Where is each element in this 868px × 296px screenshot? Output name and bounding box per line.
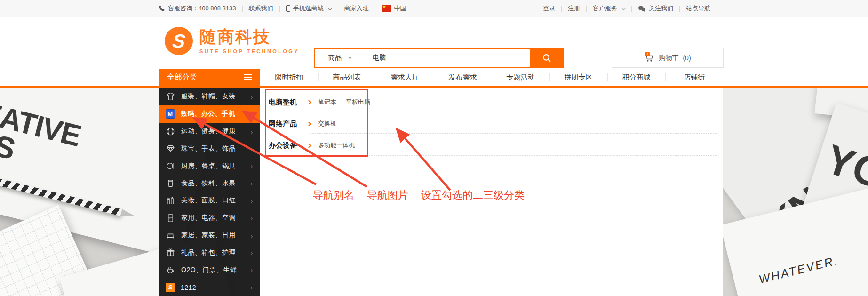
nav-item-demand-hall[interactable]: 需求大厅	[376, 69, 434, 86]
register-label: 注册	[568, 4, 580, 13]
gift-icon	[166, 248, 175, 257]
cart-plus-badge: +	[645, 52, 650, 56]
register-link[interactable]: 注册	[568, 4, 580, 13]
divider	[413, 6, 413, 12]
login-link[interactable]: 登录	[543, 4, 555, 13]
search-button[interactable]	[530, 48, 564, 68]
sidebar-item-jewelry[interactable]: 珠宝、手表、饰品 ›	[159, 140, 260, 157]
brand-slogan: SUTE SHOP TECHNOLOGY	[199, 48, 299, 54]
header: S 随商科技 SUTE SHOP TECHNOLOGY 商品 鞋子 电脑 数码办…	[0, 17, 868, 69]
tshirt-icon	[166, 92, 175, 102]
site-nav-link[interactable]: 站点导航	[686, 4, 710, 13]
cart-count: (0)	[683, 54, 691, 62]
search-bar: 商品	[314, 48, 564, 68]
annotation-label-nav-alias: 导航别名	[313, 188, 354, 202]
sidebar-item-home[interactable]: 家居、家装、日用 ›	[159, 227, 260, 244]
sidebar-item-sports[interactable]: 运动、健身、健康 ›	[159, 123, 260, 140]
chevron-right-icon: ›	[251, 248, 254, 256]
coffee-cup-icon	[166, 265, 175, 275]
phone-icon	[159, 5, 165, 12]
sidebar-item-clothing[interactable]: 服装、鞋帽、女装 ›	[159, 88, 260, 105]
sidebar-item-label: 家用、电器、空调	[181, 214, 236, 222]
service-phone-link[interactable]: 客服咨询：400 808 3133	[159, 4, 236, 13]
merchant-join-label: 商家入驻	[344, 4, 369, 13]
nav-item-shop-street[interactable]: 店铺街	[665, 69, 723, 86]
nav-item-points-mall[interactable]: 积分商城	[607, 69, 665, 86]
sidebar-item-label: 1212	[181, 284, 196, 291]
contact-us-link[interactable]: 联系我们	[249, 4, 273, 13]
all-categories-button[interactable]: 全部分类	[159, 69, 260, 86]
region-selector[interactable]: ★ 中国	[382, 4, 406, 13]
main-nav: 全部分类 限时折扣 商品列表 需求大厅 发布需求 专题活动 拼团专区 积分商城 …	[0, 69, 868, 86]
pot-icon	[166, 161, 175, 171]
service-phone-label: 客服咨询：400 808 3133	[168, 4, 236, 13]
annotation-highlight-box	[265, 89, 368, 157]
sidebar-item-label: 美妆、面膜、口红	[181, 196, 236, 205]
sidebar-item-food[interactable]: 食品、饮料、水果 ›	[159, 175, 260, 192]
furniture-icon	[166, 231, 175, 240]
search-category-select[interactable]: 商品	[315, 49, 365, 67]
sidebar-item-kitchen[interactable]: 厨房、餐桌、锅具 ›	[159, 157, 260, 175]
china-flag-icon: ★	[382, 5, 391, 12]
sidebar-item-label: O2O、门票、生鲜	[181, 266, 237, 274]
whatever-text: WHATEVER.	[757, 253, 840, 286]
customer-service-label: 客户服务	[593, 4, 617, 13]
sidebar-item-label: 厨房、餐桌、锅具	[181, 162, 236, 170]
divider	[561, 6, 562, 12]
login-label: 登录	[543, 4, 555, 13]
follow-us-label: 关注我们	[649, 4, 673, 13]
chevron-right-icon: ›	[251, 266, 254, 274]
logo[interactable]: S 随商科技 SUTE SHOP TECHNOLOGY	[165, 24, 299, 55]
mobile-icon	[286, 5, 290, 12]
dashed-divider	[310, 133, 717, 134]
chevron-down-icon	[327, 6, 332, 10]
cart-label: 购物车	[659, 54, 678, 62]
divider	[586, 6, 587, 12]
chevron-right-icon: ›	[251, 197, 254, 205]
divider	[279, 6, 280, 12]
mobile-mall-label: 手机逛商城	[293, 4, 324, 13]
sidebar-item-1212[interactable]: S 1212 ›	[159, 279, 260, 296]
sidebar-item-appliances[interactable]: 家用、电器、空调 ›	[159, 209, 260, 227]
sidebar-item-digital-office[interactable]: M 数码、办公、手机 ›	[159, 105, 260, 123]
chevron-right-icon: ›	[251, 128, 254, 136]
dashed-divider	[310, 112, 717, 112]
sidebar-item-label: 礼品、箱包、护理	[181, 248, 236, 257]
region-label: 中国	[394, 4, 406, 13]
mobile-mall-link[interactable]: 手机逛商城	[286, 4, 332, 13]
drink-cup-icon	[166, 178, 175, 188]
sidebar-item-label: 运动、健身、健康	[181, 127, 236, 136]
contact-us-label: 联系我们	[249, 4, 273, 13]
chevron-right-icon: ›	[251, 110, 254, 118]
nav-item-flash-sale[interactable]: 限时折扣	[260, 69, 318, 86]
sidebar-item-gifts[interactable]: 礼品、箱包、护理 ›	[159, 244, 260, 261]
sidebar-item-beauty[interactable]: 美妆、面膜、口红 ›	[159, 192, 260, 209]
follow-us-link[interactable]: 关注我们	[638, 4, 673, 13]
ball-icon	[166, 127, 175, 136]
chevron-right-icon: ›	[251, 232, 254, 240]
sidebar-item-label: 食品、饮料、水果	[181, 179, 236, 188]
customer-service-link[interactable]: 客户服务	[593, 4, 625, 13]
site-nav-label: 站点导航	[686, 4, 710, 13]
divider	[242, 6, 243, 12]
merchant-join-link[interactable]: 商家入驻	[344, 4, 369, 13]
sidebar-item-label: 珠宝、手表、饰品	[181, 144, 236, 153]
cart-button[interactable]: + 购物车 (0)	[612, 48, 724, 68]
m-image-icon: M	[166, 109, 175, 119]
caret-down-icon	[348, 57, 352, 59]
category-sidebar: 服装、鞋帽、女装 › M 数码、办公、手机 › 运动、健身、健康 › 珠宝、手表…	[159, 88, 260, 296]
chevron-right-icon: ›	[251, 162, 254, 170]
cart-icon: +	[644, 53, 654, 63]
sidebar-item-o2o[interactable]: O2O、门票、生鲜 ›	[159, 261, 260, 279]
nav-item-special-events[interactable]: 专题活动	[492, 69, 549, 86]
nav-orange-underline	[0, 86, 868, 88]
shop-logo-icon: S	[166, 283, 175, 292]
brand-name: 随商科技	[199, 28, 299, 46]
divider	[338, 6, 338, 12]
paper-creative-text: CREATIVE MESS	[0, 88, 83, 178]
nav-item-product-list[interactable]: 商品列表	[318, 69, 376, 86]
nav-item-post-demand[interactable]: 发布需求	[434, 69, 492, 86]
nav-item-group-buy[interactable]: 拼团专区	[549, 69, 607, 86]
sidebar-item-label: 家居、家装、日用	[181, 231, 236, 240]
search-icon	[542, 53, 552, 63]
